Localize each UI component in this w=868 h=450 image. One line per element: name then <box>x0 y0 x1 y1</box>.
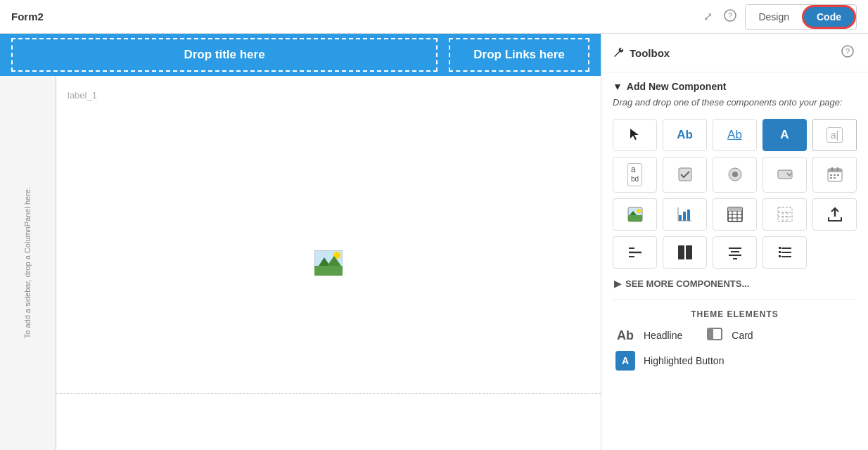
comp-dropdown[interactable] <box>762 157 807 192</box>
svg-rect-56 <box>779 251 781 253</box>
svg-rect-38 <box>778 207 792 221</box>
top-bar-center: ⤢ ? Design Code <box>701 4 857 30</box>
header-strip: Drop title here Drop Links here <box>0 34 601 76</box>
svg-rect-17 <box>830 174 832 176</box>
see-more-button[interactable]: ▶ SEE MORE COMPONENTS... <box>613 278 857 289</box>
card-label: Card <box>732 330 753 341</box>
svg-rect-23 <box>628 215 642 221</box>
tab-code-button[interactable]: Code <box>802 5 856 29</box>
toolbox-header-left: Toolbox <box>613 46 670 60</box>
comp-grid[interactable] <box>713 198 757 231</box>
svg-rect-47 <box>686 245 692 259</box>
canvas-image-placeholder[interactable] <box>314 250 343 276</box>
theme-title: THEME ELEMENTS <box>613 309 857 319</box>
tab-design-button[interactable]: Design <box>746 5 802 29</box>
svg-rect-20 <box>830 177 832 179</box>
expand-button[interactable]: ⤢ <box>701 7 715 26</box>
main-canvas[interactable]: label_1 <box>56 76 601 450</box>
svg-rect-46 <box>678 245 684 259</box>
highlighted-button-label: Highlighted Button <box>644 355 724 366</box>
comp-button[interactable]: A <box>762 119 807 151</box>
chevron-right-icon: ▶ <box>614 278 621 289</box>
canvas-area: Drop title here Drop Links here To add a… <box>0 34 601 450</box>
toolbox-header: Toolbox ? <box>601 34 868 72</box>
wrench-icon <box>613 46 624 60</box>
top-bar: Form2 ⤢ ? Design Code <box>0 0 868 34</box>
content-row: To add a sidebar, drop a ColumnPanel her… <box>0 76 601 450</box>
canvas-divider <box>56 393 601 394</box>
toolbox-title: Toolbox <box>630 47 670 59</box>
svg-text:?: ? <box>728 11 732 20</box>
svg-rect-9 <box>679 168 691 181</box>
card-icon <box>705 328 725 344</box>
svg-rect-21 <box>834 177 836 179</box>
theme-headline[interactable]: Ab Headline Card <box>615 328 854 344</box>
svg-rect-19 <box>837 174 839 176</box>
svg-point-24 <box>637 209 641 213</box>
theme-highlighted-button[interactable]: A Highlighted Button <box>615 351 854 371</box>
svg-rect-59 <box>708 328 713 340</box>
sidebar-panel: To add a sidebar, drop a ColumnPanel her… <box>0 76 56 450</box>
comp-align-center[interactable] <box>713 236 757 269</box>
comp-image[interactable] <box>613 198 657 231</box>
comp-chart[interactable] <box>663 198 707 231</box>
theme-section: THEME ELEMENTS Ab Headline <box>613 299 857 371</box>
toolbox-help-button[interactable]: ? <box>838 42 857 63</box>
svg-point-11 <box>732 172 738 177</box>
drop-links-zone[interactable]: Drop Links here <box>449 38 589 72</box>
highlighted-button-icon: A <box>615 351 635 371</box>
comp-radio[interactable] <box>713 157 757 192</box>
main-layout: Drop title here Drop Links here To add a… <box>0 34 868 450</box>
comp-input[interactable]: a| <box>812 119 857 151</box>
svg-rect-26 <box>679 215 682 221</box>
svg-rect-27 <box>683 212 686 221</box>
svg-rect-3 <box>314 266 343 276</box>
collapse-icon[interactable]: ▼ <box>613 81 623 92</box>
add-component-desc: Drag and drop one of these components on… <box>613 96 857 109</box>
help-button[interactable]: ? <box>721 6 739 27</box>
svg-rect-37 <box>728 207 742 211</box>
comp-text-link[interactable]: Ab <box>713 119 757 151</box>
comp-datepicker[interactable] <box>812 157 857 192</box>
comp-textarea[interactable]: abd <box>613 157 657 192</box>
svg-rect-55 <box>779 247 781 249</box>
add-component-section: ▼ Add New Component Drag and drop one of… <box>601 72 868 379</box>
comp-pointer[interactable] <box>613 119 657 151</box>
theme-items: Ab Headline Card <box>613 328 857 371</box>
comp-grid2[interactable] <box>762 198 807 231</box>
svg-rect-57 <box>779 255 781 257</box>
comp-checkbox[interactable] <box>663 157 707 192</box>
card-theme-item[interactable]: Card <box>705 328 753 344</box>
add-component-title: ▼ Add New Component <box>613 81 857 92</box>
comp-list[interactable] <box>762 236 807 269</box>
comp-two-column[interactable] <box>663 236 707 269</box>
svg-rect-28 <box>687 210 690 221</box>
comp-form[interactable] <box>613 236 657 269</box>
svg-rect-18 <box>834 174 836 176</box>
component-grid: Ab Ab A a| abd <box>613 119 857 268</box>
svg-text:?: ? <box>845 47 850 56</box>
comp-upload[interactable] <box>812 198 857 231</box>
comp-text-label[interactable]: Ab <box>663 119 707 151</box>
sidebar-hint: To add a sidebar, drop a ColumnPanel her… <box>23 187 32 338</box>
app-title: Form2 <box>11 11 44 22</box>
headline-ab-icon: Ab <box>615 328 635 343</box>
tab-group: Design Code <box>745 4 857 30</box>
label-1: label_1 <box>68 90 97 101</box>
toolbox-panel: Toolbox ? ▼ Add New Component Drag and d… <box>601 34 868 450</box>
drop-title-zone[interactable]: Drop title here <box>11 38 438 72</box>
headline-label: Headline <box>644 330 682 341</box>
svg-rect-14 <box>828 169 842 172</box>
